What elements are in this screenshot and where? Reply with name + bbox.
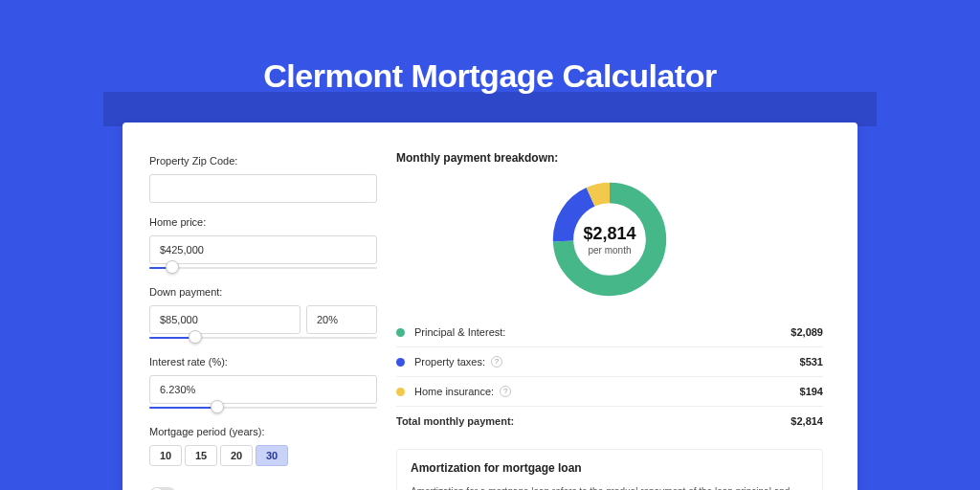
- down-payment-label: Down payment:: [149, 286, 377, 298]
- period-option-20[interactable]: 20: [220, 445, 253, 466]
- legend-label-insurance: Home insurance:: [414, 386, 494, 397]
- donut-center-amount: $2,814: [583, 224, 635, 244]
- breakdown-heading: Monthly payment breakdown:: [396, 151, 823, 165]
- page-title: Clermont Mortgage Calculator: [0, 57, 980, 95]
- info-icon[interactable]: [491, 356, 502, 368]
- donut-center-sub: per month: [583, 245, 635, 256]
- legend-value-total: $2,814: [791, 415, 823, 427]
- home-price-slider[interactable]: [149, 263, 377, 273]
- legend-value-taxes: $531: [800, 356, 823, 368]
- legend-dot-principal: [396, 328, 405, 337]
- donut-chart: $2,814 per month: [548, 178, 671, 301]
- home-price-label: Home price:: [149, 216, 377, 228]
- legend-value-insurance: $194: [800, 386, 823, 397]
- legend-row-principal: Principal & Interest: $2,089: [396, 318, 823, 347]
- period-group: 10 15 20 30: [149, 445, 377, 466]
- period-option-10[interactable]: 10: [149, 445, 182, 466]
- legend-label-total: Total monthly payment:: [396, 415, 514, 427]
- interest-input[interactable]: [149, 375, 377, 404]
- period-option-30[interactable]: 30: [256, 445, 288, 466]
- amortization-heading: Amortization for mortgage loan: [411, 461, 809, 475]
- down-payment-amount-input[interactable]: [149, 305, 301, 334]
- zip-input[interactable]: [149, 174, 377, 203]
- legend-row-taxes: Property taxes: $531: [396, 347, 823, 377]
- legend-row-insurance: Home insurance: $194: [396, 377, 823, 407]
- legend-label-taxes: Property taxes:: [414, 356, 485, 368]
- amortization-text: Amortization for a mortgage loan refers …: [411, 484, 809, 490]
- breakdown-panel: Monthly payment breakdown: $2,814 per mo…: [396, 151, 823, 490]
- calculator-card: Property Zip Code: Home price: Down paym…: [122, 122, 858, 490]
- legend-dot-taxes: [396, 358, 405, 367]
- interest-label: Interest rate (%):: [149, 356, 377, 368]
- legend-row-total: Total monthly payment: $2,814: [396, 407, 823, 435]
- header-band: [103, 92, 877, 126]
- legend-dot-insurance: [396, 388, 405, 396]
- amortization-section: Amortization for mortgage loan Amortizat…: [396, 449, 823, 490]
- down-payment-slider[interactable]: [149, 333, 377, 343]
- info-icon[interactable]: [500, 386, 511, 397]
- legend-value-principal: $2,089: [791, 326, 823, 338]
- input-panel: Property Zip Code: Home price: Down paym…: [149, 151, 377, 490]
- interest-slider[interactable]: [149, 403, 377, 412]
- period-option-15[interactable]: 15: [185, 445, 217, 466]
- zip-label: Property Zip Code:: [149, 155, 377, 167]
- period-label: Mortgage period (years):: [149, 426, 377, 437]
- home-price-input[interactable]: [149, 235, 377, 264]
- legend-label-principal: Principal & Interest:: [414, 326, 505, 338]
- legend: Principal & Interest: $2,089 Property ta…: [396, 318, 823, 435]
- down-payment-percent-input[interactable]: [306, 305, 377, 334]
